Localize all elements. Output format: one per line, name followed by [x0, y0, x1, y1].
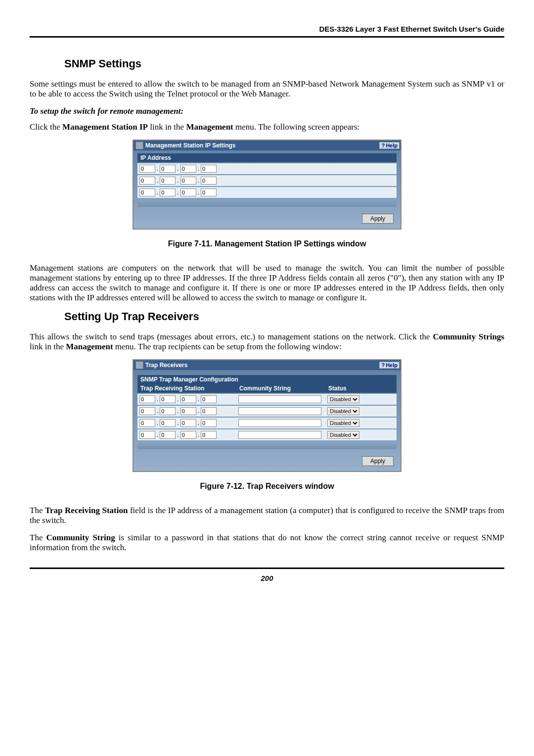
panel-titlebar: Management Station IP Settings ? Help [134, 141, 400, 150]
text: link in the [30, 342, 66, 351]
page-number: 200 [30, 574, 504, 582]
column-header-trap-station: Trap Receiving Station [137, 384, 236, 393]
status-select[interactable]: Disabled [327, 431, 359, 439]
community-string-input[interactable] [238, 431, 321, 439]
help-icon: ? [381, 362, 385, 368]
field-ref-trap-receiving-station: Trap Receiving Station [45, 506, 128, 515]
text: link in the [148, 122, 186, 132]
ip-octet-input[interactable] [139, 419, 155, 427]
ip-octet-input[interactable] [180, 189, 196, 196]
ip-octet-input[interactable] [160, 431, 176, 439]
dot-separator: . [177, 408, 179, 415]
dot-separator: . [197, 431, 200, 438]
ip-octet-input[interactable] [160, 419, 176, 427]
footer-divider [30, 567, 504, 569]
ip-row: . . . [137, 187, 397, 198]
ip-octet-input[interactable] [160, 165, 176, 173]
community-string-input[interactable] [238, 419, 321, 427]
ip-octet-input[interactable] [139, 407, 155, 415]
dot-separator: . [156, 408, 159, 415]
status-select[interactable]: Disabled [327, 419, 359, 427]
ip-octet-input[interactable] [180, 395, 196, 403]
section-heading-snmp: SNMP Settings [64, 57, 504, 70]
ip-octet-input[interactable] [139, 177, 155, 185]
section-heading-trap-receivers: Setting Up Trap Receivers [64, 310, 504, 323]
dot-separator: . [156, 420, 159, 426]
ip-row: . . . [137, 175, 397, 186]
text: The [30, 506, 45, 515]
community-string-input[interactable] [238, 407, 321, 415]
community-string-input[interactable] [238, 395, 321, 403]
panel-management-station-ip: Management Station IP Settings ? Help IP… [133, 140, 401, 230]
ip-octet-input[interactable] [201, 431, 217, 439]
dot-separator: . [197, 177, 200, 184]
dot-separator: . [156, 189, 159, 196]
table-row: . . . Disabled [137, 418, 397, 428]
dot-separator: . [177, 396, 179, 403]
menu-ref-management: Management [66, 342, 113, 351]
ip-octet-input[interactable] [201, 177, 217, 185]
help-label: Help [386, 142, 398, 148]
section-header-snmp-trap-config: SNMP Trap Manager Configuration [137, 375, 397, 384]
ip-octet-input[interactable] [160, 189, 176, 196]
panel-title: Management Station IP Settings [145, 142, 235, 149]
panel-title: Trap Receivers [145, 362, 187, 369]
ip-octet-input[interactable] [180, 419, 196, 427]
text: Click the [30, 122, 62, 132]
paragraph: Some settings must be entered to allow t… [30, 79, 504, 99]
dot-separator: . [197, 420, 200, 426]
paragraph: Click the Management Station IP link in … [30, 122, 504, 132]
ip-octet-input[interactable] [180, 407, 196, 415]
dot-separator: . [177, 189, 179, 196]
ip-octet-input[interactable] [201, 189, 217, 196]
link-ref-management-station-ip: Management Station IP [62, 122, 148, 132]
text: This allows the switch to send traps (me… [30, 332, 433, 341]
text: The [30, 533, 46, 542]
ip-octet-input[interactable] [139, 189, 155, 196]
help-label: Help [386, 362, 398, 368]
panel-decoration [137, 201, 397, 207]
ip-octet-input[interactable] [180, 165, 196, 173]
paragraph: This allows the switch to send traps (me… [30, 332, 504, 352]
ip-octet-input[interactable] [160, 407, 176, 415]
field-ref-community-string: Community String [46, 533, 115, 542]
table-row: . . . Disabled [137, 406, 397, 417]
status-select[interactable]: Disabled [327, 407, 359, 415]
instruction-heading: To setup the switch for remote managemen… [30, 106, 504, 116]
figure-caption: Figure 7-12. Trap Receivers window [30, 482, 504, 491]
help-button[interactable]: ? Help [379, 142, 400, 149]
ip-row: . . . [137, 163, 397, 174]
ip-octet-input[interactable] [139, 431, 155, 439]
panel-decoration [137, 443, 397, 449]
table-row: . . . Disabled [137, 429, 397, 440]
ip-octet-input[interactable] [180, 177, 196, 185]
figure-caption: Figure 7-11. Management Station IP Setti… [30, 239, 504, 248]
header-divider [30, 36, 504, 38]
ip-octet-input[interactable] [201, 165, 217, 173]
text: menu. The following screen appears: [233, 122, 360, 132]
ip-octet-input[interactable] [160, 395, 176, 403]
apply-button[interactable]: Apply [362, 214, 394, 224]
help-button[interactable]: ? Help [379, 362, 400, 369]
status-select[interactable]: Disabled [327, 395, 359, 403]
menu-ref-management: Management [186, 122, 233, 132]
ip-octet-input[interactable] [180, 431, 196, 439]
header-guide-title: DES-3326 Layer 3 Fast Ethernet Switch Us… [30, 25, 504, 36]
dot-separator: . [156, 431, 159, 438]
ip-octet-input[interactable] [139, 395, 155, 403]
dot-separator: . [156, 165, 159, 172]
paragraph: The Community String is similar to a pas… [30, 533, 504, 553]
ip-octet-input[interactable] [201, 395, 217, 403]
table-row: . . . Disabled [137, 394, 397, 405]
ip-octet-input[interactable] [201, 419, 217, 427]
column-header-status: Status [325, 384, 380, 393]
column-header-community-string: Community String [236, 384, 325, 393]
apply-button[interactable]: Apply [362, 456, 394, 466]
dot-separator: . [177, 420, 179, 426]
panel-trap-receivers: Trap Receivers ? Help SNMP Trap Manager … [133, 359, 401, 472]
ip-octet-input[interactable] [160, 177, 176, 185]
dot-separator: . [156, 396, 159, 403]
ip-octet-input[interactable] [139, 165, 155, 173]
dot-separator: . [197, 408, 200, 415]
ip-octet-input[interactable] [201, 407, 217, 415]
